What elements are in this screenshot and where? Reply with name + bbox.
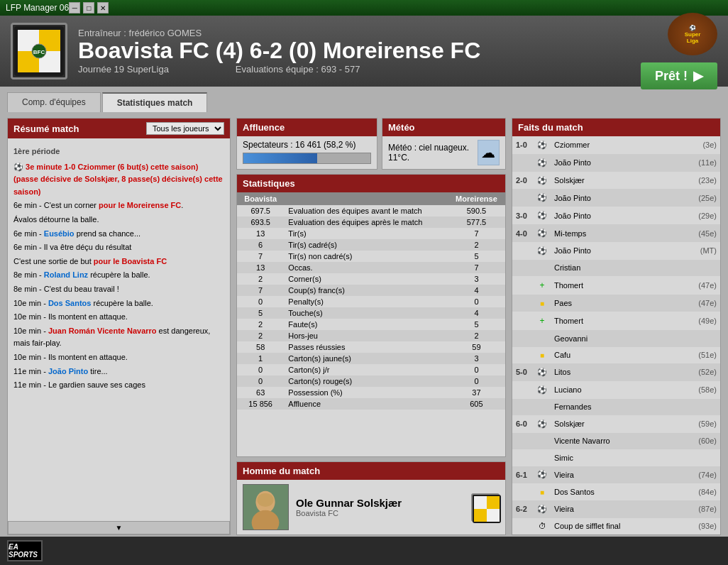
stat-label: Coup(s) franc(s): [284, 285, 448, 296]
fait-score: [512, 449, 534, 466]
tab-stats-match[interactable]: Statistiques match: [102, 92, 208, 112]
fait-score: 6-2: [512, 500, 534, 518]
event-1: ⚽ 3e minute 1-0 Cziommer (6 but(s) cette…: [13, 161, 224, 199]
fait-icon-cell: ⏱: [534, 518, 551, 534]
stat-away: 7: [448, 228, 505, 239]
table-row: 2 Faute(s) 5: [237, 319, 505, 330]
fait-player: Vicente Navarro: [551, 433, 692, 449]
fait-player: Litos: [551, 363, 692, 381]
stat-home: 2: [237, 273, 284, 285]
stat-away: 37: [448, 387, 505, 398]
affluence-text: Spectateurs : 16 461 (58,2 %): [243, 140, 371, 150]
fait-icon-cell: [534, 449, 551, 466]
yellow-card-icon: ■: [540, 351, 544, 359]
list-item: ⏱ Coup de sifflet final (93e): [512, 518, 720, 534]
stat-home: 0: [237, 364, 284, 375]
fait-player: Mi-temps: [551, 224, 692, 242]
table-row: 0 Penalty(s) 0: [237, 296, 505, 307]
fait-player: Vieira: [551, 500, 692, 518]
affluence-bar: [243, 153, 317, 163]
minimize-button[interactable]: ─: [69, 2, 80, 13]
stat-away: 5: [448, 319, 505, 330]
fait-icon-cell: ⚽: [534, 224, 551, 242]
list-item: + Thomert (49e): [512, 312, 720, 330]
event-9: 10e min - Dos Santos récupère la balle.: [13, 297, 224, 310]
event-log[interactable]: 1ère période ⚽ 3e minute 1-0 Cziommer (6…: [8, 138, 230, 521]
stats-section: Statistiques Boavista Moreirense 697.5 E…: [236, 174, 506, 457]
fait-time: (47e): [692, 295, 720, 311]
stat-away: 4: [448, 285, 505, 296]
whistle-icon: ⏱: [539, 522, 546, 530]
stat-home: 58: [237, 341, 284, 353]
ea-label: EA SPORTS: [9, 543, 41, 559]
yellow-card-icon: ■: [540, 300, 544, 307]
stat-away: 3: [448, 273, 505, 285]
scroll-down-btn[interactable]: ▼: [8, 521, 230, 534]
fait-player: Fernandes: [551, 399, 692, 415]
stat-home: 13: [237, 262, 284, 273]
titlebar-title: LFP Manager 06: [6, 3, 69, 13]
fait-player: Thomert: [551, 312, 692, 330]
tab-comp-equipes[interactable]: Comp. d'équipes: [7, 92, 101, 112]
stat-home: 693.5: [237, 216, 284, 228]
maximize-button[interactable]: □: [83, 2, 94, 13]
stat-away: 0: [448, 375, 505, 387]
stats-rows: 697.5 Evaluation des équipes avant le ma…: [237, 205, 505, 410]
stat-home: 6: [237, 239, 284, 251]
stat-label: Affluence: [284, 398, 448, 410]
superliga-badge: ⚽SuperLiga: [668, 13, 717, 55]
table-row: 0 Carton(s) rouge(s) 0: [237, 375, 505, 387]
table-row: 693.5 Evaluation des équipes après le ma…: [237, 216, 505, 228]
stat-away: 605: [448, 398, 505, 410]
table-row: 7 Coup(s) franc(s) 4: [237, 285, 505, 296]
fait-player: João Pinto: [551, 242, 692, 260]
event-6: C'est une sortie de but pour le Boavista…: [13, 256, 224, 268]
fait-score: 6-1: [512, 466, 534, 484]
ea-sports-logo: EA SPORTS: [7, 540, 43, 561]
fait-score: [512, 399, 534, 415]
stat-label: Penalty(s): [284, 296, 448, 307]
fait-time: [692, 260, 720, 276]
meteo-section: Météo Météo : ciel nuageux. 11°C. ☁: [382, 118, 506, 170]
fait-time: (49e): [692, 312, 720, 330]
list-item: Fernandes: [512, 399, 720, 415]
right-panel: Faits du match 1-0 ⚽ Cziommer (3e) ⚽ Joã…: [512, 118, 721, 535]
fait-player: Paes: [551, 295, 692, 311]
stat-label: Passes réussies: [284, 341, 448, 353]
stat-away: 3: [448, 353, 505, 364]
stat-label: Carton(s) j/r: [284, 364, 448, 375]
resume-match-title: Résumé match: [13, 124, 79, 134]
close-button[interactable]: ✕: [97, 2, 109, 13]
player-filter-select[interactable]: Tous les joueurs: [146, 122, 224, 135]
homme-team: Boavista FC: [296, 509, 464, 517]
fait-time: (59e): [692, 415, 720, 433]
stat-label: Hors-jeu: [284, 330, 448, 341]
ball-icon: ⚽: [537, 229, 547, 237]
list-item: ⚽ João Pinto (25e): [512, 189, 720, 207]
event-4: 6e min - Eusébio prend sa chance...: [13, 228, 224, 241]
homme-section: Homme du match Ole Gunnar Solskjær Boav: [236, 461, 506, 535]
fait-player: João Pinto: [551, 154, 692, 172]
event-14: 11e min - Le gardien sauve ses cages: [13, 379, 224, 392]
fait-score: [512, 518, 534, 534]
pret-button[interactable]: Prêt ! ▶: [641, 62, 717, 89]
fait-time: (74e): [692, 466, 720, 484]
ball-icon: ⚽: [537, 470, 547, 478]
col-boavista: Boavista: [237, 192, 284, 205]
homme-info: Ole Gunnar Solskjær Boavista FC: [296, 497, 464, 517]
list-item: Vicente Navarro (60e): [512, 433, 720, 449]
svg-rect-14: [474, 509, 487, 522]
stat-home: 697.5: [237, 205, 284, 216]
fait-time: (29e): [692, 207, 720, 224]
list-item: 4-0 ⚽ Mi-temps (45e): [512, 224, 720, 242]
list-item: 6-0 ⚽ Solskjær (59e): [512, 415, 720, 433]
table-row: 6 Tir(s) cadré(s) 2: [237, 239, 505, 251]
event-5: 6e min - Il va être déçu du résultat: [13, 241, 224, 254]
fait-icon-cell: ■: [534, 347, 551, 363]
fait-player: Cristian: [551, 260, 692, 276]
stat-away: 5: [448, 251, 505, 262]
fait-icon-cell: ⚽: [534, 189, 551, 207]
fait-time: (3e): [692, 136, 720, 154]
fait-score: [512, 330, 534, 346]
meteo-title: Météo: [388, 122, 415, 133]
